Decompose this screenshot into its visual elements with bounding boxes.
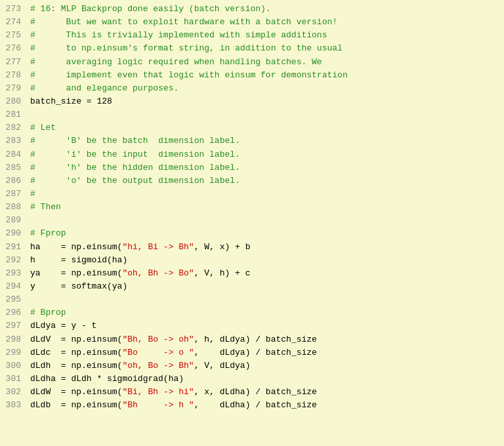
code-text: # Let bbox=[28, 121, 504, 134]
code-line: 294y = softmax(ya) bbox=[0, 280, 504, 293]
code-line: 300dLdh = np.einsum("oh, Bo -> Bh", V, d… bbox=[0, 359, 504, 373]
code-line: 296# Bprop bbox=[0, 306, 504, 319]
code-text: dLdV = np.einsum("Bh, Bo -> oh", h, dLdy… bbox=[28, 333, 504, 346]
code-text: # Then bbox=[28, 201, 504, 214]
line-number: 276 bbox=[0, 42, 28, 55]
code-part: , dLdya) / batch_size bbox=[194, 348, 317, 357]
code-text: # 'B' be the batch dimension label. bbox=[28, 134, 504, 148]
code-line: 285# 'h' be the hidden dimension label. bbox=[0, 161, 504, 174]
code-line: 292h = sigmoid(ha) bbox=[0, 254, 504, 267]
code-text: ya = np.einsum("oh, Bh -> Bo", V, h) + c bbox=[28, 267, 504, 280]
line-number: 293 bbox=[0, 267, 28, 280]
code-text: # This is trivially implemented with sim… bbox=[28, 29, 504, 42]
code-line: 287# bbox=[0, 188, 504, 201]
code-part: , h, dLdya) / batch_size bbox=[194, 334, 317, 344]
code-text: dLdha = dLdh * sigmoidgrad(ha) bbox=[28, 373, 504, 386]
code-text: # to np.einsum's format string, in addit… bbox=[28, 42, 504, 55]
code-text: # bbox=[28, 188, 504, 201]
code-line: 297dLdya = y - t bbox=[0, 319, 504, 333]
code-text bbox=[28, 214, 504, 227]
code-text: dLdc = np.einsum("Bo -> o ", dLdya) / ba… bbox=[28, 346, 504, 359]
code-text: # 'o' be the output dimension label. bbox=[28, 174, 504, 188]
code-part: dLdh = np.einsum( bbox=[30, 361, 122, 371]
line-number: 282 bbox=[0, 121, 28, 134]
code-text: dLdb = np.einsum("Bh -> h ", dLdha) / ba… bbox=[28, 399, 504, 412]
code-line: 286# 'o' be the output dimension label. bbox=[0, 174, 504, 188]
line-number: 277 bbox=[0, 56, 28, 69]
line-number: 301 bbox=[0, 373, 28, 386]
code-line: 295 bbox=[0, 293, 504, 306]
code-line: 291ha = np.einsum("hi, Bi -> Bh", W, x) … bbox=[0, 241, 504, 254]
code-part: , x, dLdha) / batch_size bbox=[194, 387, 317, 397]
code-text: # But we want to exploit hardware with a… bbox=[28, 16, 504, 29]
code-part: dLdV = np.einsum( bbox=[30, 334, 122, 344]
code-part: ya = np.einsum( bbox=[30, 268, 122, 278]
code-line: 280batch_size = 128 bbox=[0, 95, 504, 108]
code-line: 289 bbox=[0, 214, 504, 227]
line-number: 295 bbox=[0, 293, 28, 306]
line-number: 296 bbox=[0, 306, 28, 319]
code-part: "Bi, Bh -> hi" bbox=[122, 387, 194, 397]
code-editor: 273# 16: MLP Backprop done easily (batch… bbox=[0, 0, 504, 446]
code-text: ha = np.einsum("hi, Bi -> Bh", W, x) + b bbox=[28, 241, 504, 254]
code-part: , W, x) + b bbox=[194, 242, 251, 252]
line-number: 291 bbox=[0, 241, 28, 254]
code-line: 278# implement even that logic with eins… bbox=[0, 69, 504, 82]
code-line: 284# 'i' be the input dimension label. bbox=[0, 148, 504, 161]
code-text: # Bprop bbox=[28, 306, 504, 319]
line-number: 290 bbox=[0, 227, 28, 240]
line-number: 300 bbox=[0, 359, 28, 373]
code-line: 274# But we want to exploit hardware wit… bbox=[0, 16, 504, 29]
line-number: 292 bbox=[0, 254, 28, 267]
code-line: 303dLdb = np.einsum("Bh -> h ", dLdha) /… bbox=[0, 399, 504, 412]
line-number: 281 bbox=[0, 108, 28, 121]
line-number: 284 bbox=[0, 148, 28, 161]
line-number: 288 bbox=[0, 201, 28, 214]
code-line: 277# averaging logic required when handl… bbox=[0, 56, 504, 69]
line-number: 280 bbox=[0, 95, 28, 108]
code-text: # Fprop bbox=[28, 227, 504, 240]
code-part: "oh, Bo -> Bh" bbox=[122, 361, 194, 371]
code-line: 290# Fprop bbox=[0, 227, 504, 240]
line-number: 297 bbox=[0, 319, 28, 333]
code-line: 279# and elegance purposes. bbox=[0, 82, 504, 95]
code-text: dLdya = y - t bbox=[28, 319, 504, 333]
line-number: 286 bbox=[0, 174, 28, 188]
code-part: "oh, Bh -> Bo" bbox=[122, 268, 194, 278]
line-number: 289 bbox=[0, 214, 28, 227]
code-text: batch_size = 128 bbox=[28, 95, 504, 108]
line-number: 278 bbox=[0, 69, 28, 82]
code-line: 282# Let bbox=[0, 121, 504, 134]
code-line: 275# This is trivially implemented with … bbox=[0, 29, 504, 42]
line-number: 299 bbox=[0, 346, 28, 359]
line-number: 287 bbox=[0, 188, 28, 201]
code-text: # 16: MLP Backprop done easily (batch ve… bbox=[28, 3, 504, 16]
code-line: 302dLdW = np.einsum("Bi, Bh -> hi", x, d… bbox=[0, 386, 504, 399]
code-text bbox=[28, 108, 504, 121]
code-text: # 'h' be the hidden dimension label. bbox=[28, 161, 504, 174]
code-part: "Bh, Bo -> oh" bbox=[122, 334, 194, 344]
code-part: "Bh -> h " bbox=[122, 400, 194, 410]
code-text: y = softmax(ya) bbox=[28, 280, 504, 293]
code-text: h = sigmoid(ha) bbox=[28, 254, 504, 267]
code-part: dLdb = np.einsum( bbox=[30, 400, 122, 410]
line-number: 298 bbox=[0, 333, 28, 346]
code-part: dLdc = np.einsum( bbox=[30, 348, 122, 357]
line-number: 285 bbox=[0, 161, 28, 174]
code-line: 283# 'B' be the batch dimension label. bbox=[0, 134, 504, 148]
code-text: # 'i' be the input dimension label. bbox=[28, 148, 504, 161]
code-part: , V, dLdya) bbox=[194, 361, 251, 371]
code-line: 301dLdha = dLdh * sigmoidgrad(ha) bbox=[0, 373, 504, 386]
code-text: # implement even that logic with einsum … bbox=[28, 69, 504, 82]
line-number: 273 bbox=[0, 3, 28, 16]
code-line: 273# 16: MLP Backprop done easily (batch… bbox=[0, 3, 504, 16]
code-part: , dLdha) / batch_size bbox=[194, 400, 317, 410]
code-line: 299dLdc = np.einsum("Bo -> o ", dLdya) /… bbox=[0, 346, 504, 359]
code-part: dLdW = np.einsum( bbox=[30, 387, 122, 397]
code-text: # averaging logic required when handling… bbox=[28, 56, 504, 69]
line-number: 303 bbox=[0, 399, 28, 412]
code-line: 293ya = np.einsum("oh, Bh -> Bo", V, h) … bbox=[0, 267, 504, 280]
line-number: 302 bbox=[0, 386, 28, 399]
code-text: dLdW = np.einsum("Bi, Bh -> hi", x, dLdh… bbox=[28, 386, 504, 399]
code-part: ha = np.einsum( bbox=[30, 242, 122, 252]
